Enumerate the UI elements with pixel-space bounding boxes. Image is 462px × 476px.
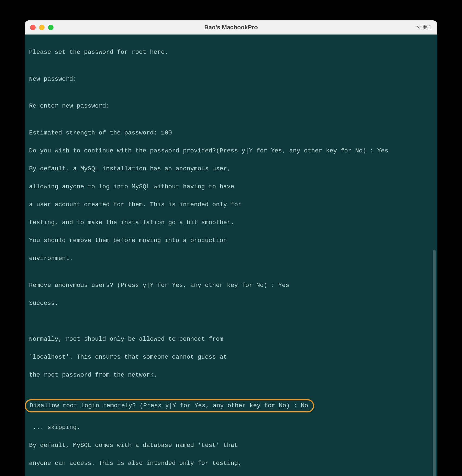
titlebar: Bao's MacbookPro ⌥⌘1: [25, 20, 437, 35]
terminal-line: ... skipping.: [29, 423, 437, 432]
terminal-line: Remove anonymous users? (Press y|Y for Y…: [29, 281, 437, 290]
terminal-line: Disallow root login remotely? (Press y|Y…: [30, 402, 308, 409]
minimize-window-button[interactable]: [39, 25, 45, 30]
close-window-button[interactable]: [30, 25, 36, 30]
terminal-body[interactable]: Please set the password for root here. N…: [25, 35, 437, 476]
terminal-line: anyone can access. This is also intended…: [29, 459, 437, 468]
maximize-window-button[interactable]: [48, 25, 53, 30]
terminal-line: Do you wish to continue with the passwor…: [29, 146, 437, 155]
window-shortcut-label: ⌥⌘1: [415, 24, 432, 31]
terminal-window: Bao's MacbookPro ⌥⌘1 Please set the pass…: [25, 20, 437, 476]
terminal-line: By default, a MySQL installation has an …: [29, 164, 437, 173]
window-title: Bao's MacbookPro: [204, 24, 258, 31]
terminal-line: Normally, root should only be allowed to…: [29, 335, 437, 344]
terminal-line: 'localhost'. This ensures that someone c…: [29, 353, 437, 362]
terminal-line: You should remove them before moving int…: [29, 236, 437, 245]
terminal-line: a user account created for them. This is…: [29, 200, 437, 209]
scrollbar[interactable]: [433, 250, 436, 476]
traffic-lights: [30, 25, 53, 30]
terminal-line: allowing anyone to log into MySQL withou…: [29, 182, 437, 191]
terminal-line: New password:: [29, 75, 437, 84]
terminal-line: By default, MySQL comes with a database …: [29, 441, 437, 450]
terminal-output[interactable]: Please set the password for root here. N…: [25, 35, 437, 476]
terminal-line: Success.: [29, 299, 437, 308]
terminal-line: the root password from the network.: [29, 371, 437, 380]
terminal-line: Please set the password for root here.: [29, 48, 437, 57]
terminal-line: environment.: [29, 254, 437, 263]
terminal-line: Re-enter new password:: [29, 102, 437, 111]
highlight-disallow-remote-root: Disallow root login remotely? (Press y|Y…: [25, 399, 314, 412]
terminal-line: Estimated strength of the password: 100: [29, 129, 437, 137]
terminal-line: testing, and to make the installation go…: [29, 218, 437, 227]
